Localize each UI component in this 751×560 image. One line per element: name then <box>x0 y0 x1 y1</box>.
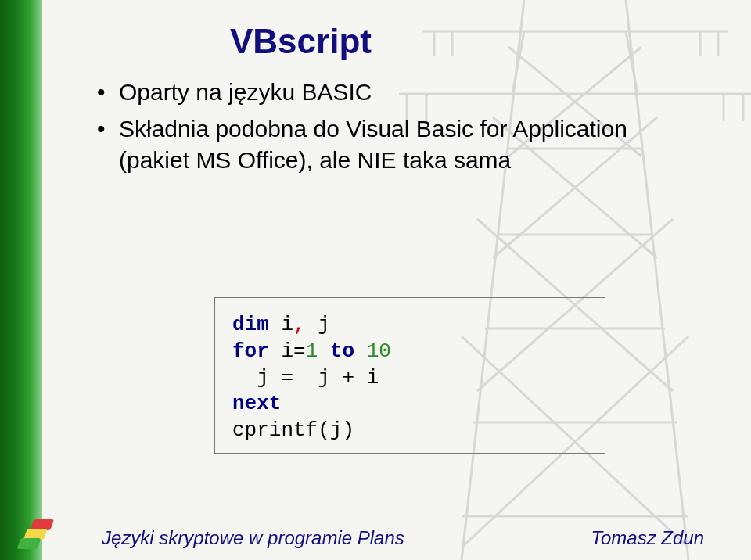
footer-left-text: Języki skryptowe w programie Plans <box>102 527 404 549</box>
content-area: VBscript Oparty na języku BASIC Składnia… <box>42 0 751 560</box>
bullet-item: Składnia podobna do Visual Basic for App… <box>97 113 704 177</box>
footer-right-text: Tomasz Zdun <box>591 527 704 549</box>
code-keyword: for <box>232 339 269 363</box>
code-text: i= <box>269 339 306 363</box>
code-line: for i=1 to 10 <box>232 339 588 365</box>
slide-title: VBscript <box>230 22 704 61</box>
bullet-list: Oparty na języku BASIC Składnia podobna … <box>97 77 704 177</box>
code-line: j = j + i <box>232 365 588 392</box>
code-example-box: dim i, j for i=1 to 10 j = j + i next cp… <box>214 297 605 454</box>
svg-rect-1 <box>23 529 48 540</box>
code-text: i <box>269 313 293 336</box>
code-comma: , <box>293 313 306 336</box>
code-text: j <box>306 313 330 336</box>
code-number: 1 <box>306 339 318 363</box>
logo-icon <box>17 518 61 552</box>
svg-rect-0 <box>30 519 54 530</box>
slide: VBscript Oparty na języku BASIC Składnia… <box>0 0 751 560</box>
code-number: 10 <box>367 339 391 363</box>
code-keyword: to <box>318 339 366 363</box>
code-keyword: next <box>232 392 281 415</box>
bullet-item: Oparty na języku BASIC <box>97 77 704 109</box>
svg-rect-2 <box>17 538 41 549</box>
code-line: dim i, j <box>232 312 588 339</box>
code-line: cprintf(j) <box>232 418 588 444</box>
footer: Języki skryptowe w programie Plans Tomas… <box>0 519 751 560</box>
left-accent-bar <box>0 0 42 560</box>
code-keyword: dim <box>232 313 269 336</box>
